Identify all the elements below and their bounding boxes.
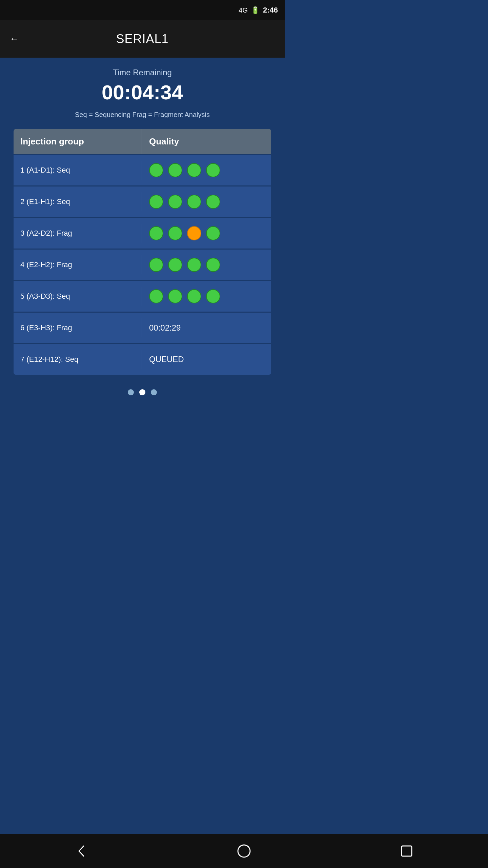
injection-cell: 4 (E2-H2): Frag: [14, 255, 142, 274]
quality-cell: [142, 253, 271, 277]
dot-4: [206, 226, 220, 240]
dot-1: [149, 226, 163, 240]
dot-1: [149, 289, 163, 303]
table-row: 7 (E12-H12): Seq QUEUED: [14, 344, 271, 375]
dot-2: [168, 289, 182, 303]
time-remaining-value: 00:04:34: [14, 81, 271, 104]
quality-dots: [149, 163, 220, 177]
injection-cell: 7 (E12-H12): Seq: [14, 350, 142, 369]
dot-1: [149, 195, 163, 209]
table-header: Injection group Quality: [14, 129, 271, 154]
quality-cell: [142, 190, 271, 214]
header-injection-group: Injection group: [14, 129, 142, 154]
header: ← SERIAL1: [0, 20, 285, 58]
table-row: 5 (A3-D3): Seq: [14, 281, 271, 312]
page-title: SERIAL1: [116, 32, 168, 46]
page-dot-3[interactable]: [151, 389, 157, 395]
dot-2: [168, 258, 182, 272]
quality-cell: QUEUED: [142, 350, 271, 369]
injection-cell: 5 (A3-D3): Seq: [14, 287, 142, 306]
dot-4: [206, 258, 220, 272]
header-quality: Quality: [142, 129, 271, 154]
quality-status-text: 00:02:29: [149, 323, 181, 333]
dot-3: [187, 195, 201, 209]
quality-dots: [149, 289, 220, 303]
quality-dots: [149, 226, 220, 240]
page-indicators: [14, 376, 271, 406]
time-remaining-label: Time Remaining: [14, 68, 271, 77]
dot-3: [187, 163, 201, 177]
injection-table: Injection group Quality 1 (A1-D1): Seq 2…: [14, 129, 271, 376]
injection-cell: 3 (A2-D2): Frag: [14, 224, 142, 243]
legend-text: Seq = Sequencing Frag = Fragment Analysi…: [14, 111, 271, 119]
quality-dots: [149, 258, 220, 272]
quality-cell: [142, 284, 271, 309]
injection-cell: 6 (E3-H3): Frag: [14, 318, 142, 337]
injection-cell: 1 (A1-D1): Seq: [14, 161, 142, 180]
dot-2: [168, 163, 182, 177]
quality-cell: [142, 158, 271, 182]
dot-4: [206, 289, 220, 303]
dot-1: [149, 258, 163, 272]
page-dot-1[interactable]: [128, 389, 134, 395]
table-row: 4 (E2-H2): Frag: [14, 250, 271, 280]
status-time: 2:46: [263, 6, 278, 15]
quality-cell: 00:02:29: [142, 318, 271, 338]
dot-2: [168, 195, 182, 209]
dot-3-orange: [187, 226, 201, 240]
back-button[interactable]: ←: [7, 31, 22, 47]
page-dot-2[interactable]: [139, 389, 145, 395]
dot-2: [168, 226, 182, 240]
quality-cell: [142, 221, 271, 245]
quality-dots: [149, 195, 220, 209]
dot-3: [187, 258, 201, 272]
signal-icon: 4G: [239, 6, 248, 14]
quality-status-queued: QUEUED: [149, 355, 184, 364]
table-row: 1 (A1-D1): Seq: [14, 155, 271, 185]
dot-1: [149, 163, 163, 177]
dot-4: [206, 163, 220, 177]
table-row: 6 (E3-H3): Frag 00:02:29: [14, 313, 271, 343]
dot-3: [187, 289, 201, 303]
dot-4: [206, 195, 220, 209]
main-content: Time Remaining 00:04:34 Seq = Sequencing…: [0, 58, 285, 416]
table-row: 2 (E1-H1): Seq: [14, 186, 271, 217]
injection-cell: 2 (E1-H1): Seq: [14, 192, 142, 211]
battery-icon: 🔋: [251, 6, 260, 14]
status-bar: 4G 🔋 2:46: [0, 0, 285, 20]
table-row: 3 (A2-D2): Frag: [14, 218, 271, 249]
